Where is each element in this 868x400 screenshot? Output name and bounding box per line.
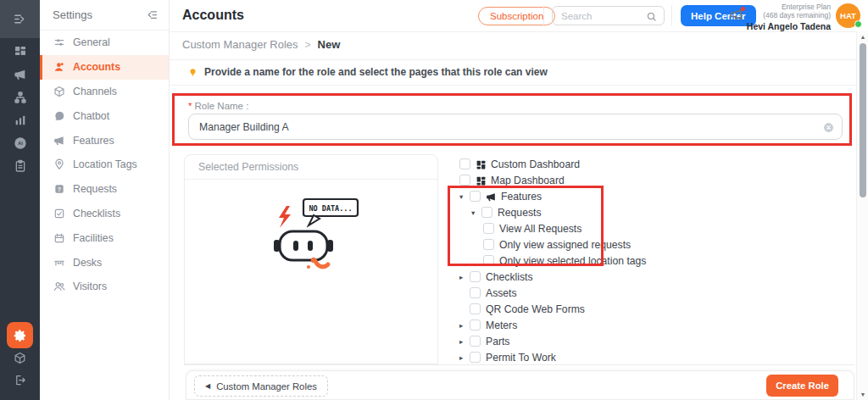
checkbox[interactable] (483, 223, 494, 234)
reports-clipboard-icon[interactable] (0, 154, 40, 177)
sidebar-item-general[interactable]: General (40, 31, 169, 55)
checkbox[interactable] (459, 158, 470, 169)
sidebar-item-label: Checklists (73, 208, 120, 219)
tree-row[interactable]: Custom Dashboard (449, 156, 854, 172)
scrollbar[interactable]: ▲ ▼ (856, 31, 868, 400)
scroll-down-icon[interactable]: ▼ (857, 392, 868, 397)
tree-node-label[interactable]: Assets (486, 287, 517, 299)
tree-row[interactable]: Only view assigned requests (449, 236, 854, 253)
analytics-icon[interactable] (0, 108, 40, 131)
tree-row[interactable]: View All Requests (449, 220, 854, 236)
sidebar-item-label: Desks (73, 257, 102, 269)
tree-row[interactable]: ▾Requests (449, 204, 854, 220)
user-info: Enterprise Plan (468 days remaining) Hev… (743, 3, 831, 31)
sidebar-item-visitors[interactable]: Visitors (40, 275, 169, 299)
tree-node-label[interactable]: Only view selected location tags (499, 255, 646, 267)
tree-node-label[interactable]: View All Requests (499, 223, 581, 235)
tree-row[interactable]: ▸Meters (449, 317, 854, 333)
sidebar-item-label: Visitors (73, 281, 107, 292)
tree-node-label[interactable]: Custom Dashboard (491, 158, 580, 170)
sidebar-item-label: Features (73, 135, 114, 147)
hierarchy-icon[interactable] (0, 86, 40, 108)
collapse-panel-icon[interactable] (146, 8, 159, 21)
checkbox[interactable] (470, 271, 481, 282)
scrollbar-thumb[interactable] (860, 43, 866, 197)
logout-icon[interactable] (0, 371, 40, 388)
settings-gear-icon[interactable] (7, 322, 33, 348)
checkbox[interactable] (470, 319, 481, 331)
tree-node-label[interactable]: Permit To Work (486, 352, 556, 364)
desks-icon (53, 257, 65, 269)
tree-row[interactable]: ▸Parts (449, 333, 854, 349)
sidebar-item-desks[interactable]: Desks (40, 250, 169, 275)
sidebar-item-chatbot[interactable]: Chatbot (40, 103, 169, 128)
required-marker: * (188, 101, 192, 111)
collapse-node-icon[interactable]: ▾ (459, 192, 470, 201)
collapse-node-icon[interactable]: ▾ (471, 208, 481, 217)
tree-row[interactable]: Map Dashboard (449, 172, 854, 188)
checkbox[interactable] (470, 287, 481, 298)
checkbox[interactable] (481, 207, 492, 218)
tree-node-label[interactable]: Features (501, 191, 542, 203)
no-data-illustration: NO DATA... (259, 194, 364, 282)
sidebar-item-requests[interactable]: ?Requests (40, 177, 169, 202)
tree-node-label[interactable]: Only view assigned requests (499, 239, 631, 251)
ai-assistant-icon[interactable]: AI (0, 131, 40, 154)
sidebar-item-channels[interactable]: Channels (40, 80, 169, 104)
online-status-dot (854, 20, 862, 28)
checkbox[interactable] (483, 255, 494, 266)
integrations-cube-icon[interactable] (0, 349, 40, 366)
expand-node-icon[interactable]: ▸ (459, 273, 470, 281)
breadcrumb-parent[interactable]: Custom Manager Roles (182, 38, 298, 51)
checkbox[interactable] (470, 303, 481, 314)
announcements-icon[interactable] (0, 63, 40, 86)
expand-node-icon[interactable]: ▸ (459, 353, 470, 362)
chatbot-icon (53, 110, 65, 122)
visitors-icon (53, 281, 65, 292)
sidebar-item-checklists[interactable]: Checklists (40, 202, 169, 226)
sidebar-item-accounts[interactable]: Accounts (40, 55, 169, 80)
tree-row[interactable]: ▾Features (449, 188, 854, 204)
tree-node-label[interactable]: Requests (498, 207, 542, 219)
scroll-up-icon[interactable]: ▲ (857, 34, 868, 40)
avatar[interactable]: HAT (836, 3, 860, 28)
tree-node-label[interactable]: Meters (486, 319, 517, 331)
dashboard-grid-icon (476, 158, 487, 169)
svg-text:?: ? (58, 186, 61, 192)
user-name: Hevi Angelo Tadena (743, 21, 831, 31)
plan-days-remaining: (468 days remaining) (743, 11, 831, 19)
megaphone-icon (486, 191, 497, 202)
tree-node-label[interactable]: QR Code Web Forms (486, 303, 585, 315)
tree-row[interactable]: ▸Checklists (449, 269, 854, 285)
sidebar-item-location-tags[interactable]: Location Tags (40, 153, 169, 177)
no-data-text: NO DATA... (309, 204, 352, 213)
expand-node-icon[interactable]: ▸ (459, 337, 470, 346)
checkbox[interactable] (459, 175, 470, 186)
checkbox[interactable] (483, 239, 494, 250)
sidebar-item-label: Accounts (73, 61, 120, 73)
checkbox[interactable] (470, 191, 481, 202)
sidebar-item-label: Facilities (73, 232, 114, 244)
role-name-input[interactable] (188, 114, 843, 140)
tree-node-label[interactable]: Parts (486, 336, 509, 347)
checkbox[interactable] (470, 352, 481, 363)
tree-row[interactable]: ▸Permit To Work (449, 349, 854, 365)
search-input[interactable] (553, 11, 646, 21)
hint-banner: Provide a name for the role and select t… (188, 66, 548, 78)
tree-row[interactable]: Only view selected location tags (449, 253, 854, 269)
features-icon (53, 135, 65, 147)
sidebar-expand-icon[interactable] (0, 0, 40, 38)
clear-input-icon[interactable] (823, 121, 834, 132)
tree-node-label[interactable]: Map Dashboard (491, 175, 565, 186)
tree-row[interactable]: Assets (449, 285, 854, 301)
tree-row[interactable]: QR Code Web Forms (449, 301, 854, 317)
expand-node-icon[interactable]: ▸ (459, 321, 470, 330)
search-icon[interactable] (646, 10, 657, 21)
back-button[interactable]: ◀ Custom Manager Roles (194, 375, 328, 397)
tree-node-label[interactable]: Checklists (486, 271, 533, 283)
create-role-button[interactable]: Create Role (766, 375, 838, 397)
sidebar-item-facilities[interactable]: Facilities (40, 225, 169, 250)
checkbox[interactable] (470, 336, 481, 347)
sidebar-item-features[interactable]: Features (40, 128, 169, 153)
modules-grid-icon[interactable] (0, 40, 40, 63)
